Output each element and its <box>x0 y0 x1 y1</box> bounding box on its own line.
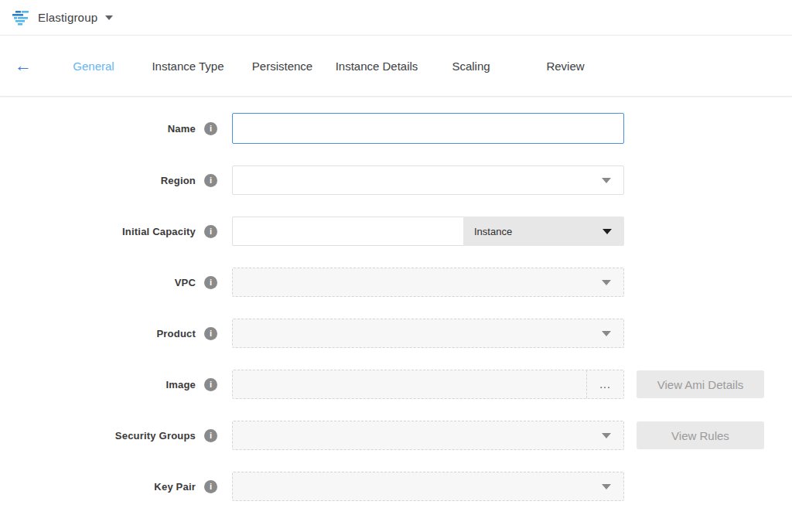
app-title: Elastigroup <box>38 11 97 24</box>
product-label: Product <box>156 328 196 339</box>
tab-general[interactable]: General <box>46 60 141 73</box>
info-icon[interactable]: i <box>204 327 217 340</box>
tab-instance-details[interactable]: Instance Details <box>329 60 424 73</box>
elastigroup-logo-icon <box>11 9 31 27</box>
capacity-unit-select[interactable]: Instance <box>463 217 624 246</box>
tab-persistence[interactable]: Persistence <box>235 60 329 73</box>
field-row-key-pair: Key Pair i <box>0 472 792 501</box>
vpc-label: VPC <box>175 277 196 288</box>
info-icon[interactable]: i <box>204 378 217 391</box>
chevron-down-icon <box>602 433 611 438</box>
view-rules-button: View Rules <box>637 421 764 449</box>
field-row-region: Region i <box>0 165 792 195</box>
region-label: Region <box>161 175 196 186</box>
chevron-down-icon <box>602 280 611 285</box>
chevron-down-icon <box>602 331 611 336</box>
security-groups-label: Security Groups <box>115 430 196 442</box>
info-icon[interactable]: i <box>204 429 217 442</box>
region-select[interactable] <box>232 165 624 195</box>
field-row-security-groups: Security Groups i View Rules <box>0 421 792 450</box>
name-label: Name <box>168 123 196 135</box>
key-pair-select <box>232 472 624 501</box>
field-row-initial-capacity: Initial Capacity i Instance <box>0 217 792 246</box>
info-icon[interactable]: i <box>204 480 217 493</box>
name-input[interactable] <box>232 113 624 144</box>
field-row-product: Product i <box>0 319 792 348</box>
initial-capacity-input[interactable] <box>232 217 463 246</box>
capacity-unit-value: Instance <box>474 226 512 237</box>
image-input: ... <box>232 370 624 399</box>
tab-review[interactable]: Review <box>518 60 613 73</box>
image-browse-button: ... <box>586 370 623 398</box>
chevron-down-icon <box>602 178 611 183</box>
field-row-vpc: VPC i <box>0 268 792 297</box>
view-ami-details-button: View Ami Details <box>637 370 764 398</box>
field-row-image: Image i ... View Ami Details <box>0 370 792 399</box>
general-form: Name i Region i Initial Capacity i <box>0 97 792 501</box>
security-groups-select <box>232 421 624 450</box>
tab-scaling[interactable]: Scaling <box>424 60 518 73</box>
back-arrow-icon[interactable]: ← <box>0 57 46 74</box>
info-icon[interactable]: i <box>204 225 217 238</box>
info-icon[interactable]: i <box>204 276 217 289</box>
key-pair-label: Key Pair <box>154 481 196 493</box>
vpc-select <box>232 268 624 297</box>
info-icon[interactable]: i <box>204 122 217 135</box>
image-label: Image <box>166 379 196 390</box>
initial-capacity-label: Initial Capacity <box>122 226 196 237</box>
chevron-down-icon <box>602 484 611 489</box>
product-select <box>232 319 624 348</box>
product-switcher[interactable]: Elastigroup <box>11 9 113 27</box>
chevron-down-icon <box>603 229 612 234</box>
chevron-down-icon <box>105 15 113 20</box>
field-row-name: Name i <box>0 113 792 144</box>
tab-instance-type[interactable]: Instance Type <box>141 60 235 73</box>
info-icon[interactable]: i <box>204 174 217 187</box>
wizard-tab-bar: ← General Instance Type Persistence Inst… <box>0 36 792 97</box>
app-bar: Elastigroup <box>0 0 792 36</box>
